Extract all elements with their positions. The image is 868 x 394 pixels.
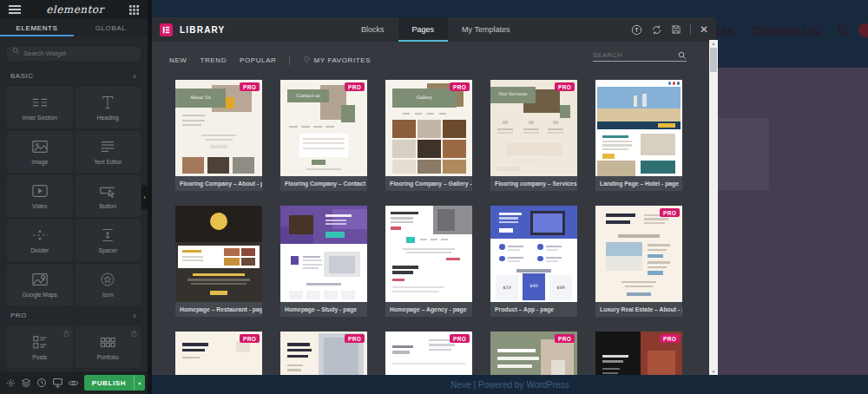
widget-label: Inner Section — [23, 115, 57, 121]
history-icon[interactable] — [34, 378, 49, 388]
thumb-shape — [207, 157, 229, 174]
responsive-icon[interactable] — [49, 378, 65, 388]
widget-button[interactable]: Button — [76, 175, 141, 217]
widget-search-input[interactable] — [7, 47, 141, 61]
thumb-shape — [391, 221, 413, 223]
thumb-shape — [546, 257, 562, 259]
elementor-logo: elementor — [46, 3, 104, 16]
template-card[interactable]: Homepage – Agency - page — [385, 206, 472, 317]
thumb-shape — [537, 244, 543, 250]
thumb-shape — [642, 94, 647, 108]
publish-options-icon[interactable]: ▲ — [134, 375, 145, 391]
elementor-library-icon — [160, 23, 173, 36]
thumb-shape — [548, 128, 563, 130]
filter-popular[interactable]: POPULAR — [240, 56, 276, 64]
thumb-shape — [241, 248, 255, 256]
template-card[interactable]: GalleryPROFlooring Company – Gallery - p… — [385, 80, 472, 191]
settings-icon[interactable] — [3, 378, 18, 388]
template-card[interactable]: PRO — [490, 332, 577, 375]
thumb-shape — [648, 266, 667, 268]
thumb-shape — [648, 271, 663, 274]
navigator-icon[interactable] — [18, 378, 34, 388]
menu-icon[interactable] — [9, 5, 21, 14]
widget-portfolio[interactable]: Portfolio — [76, 326, 141, 368]
thumb-shape — [499, 221, 518, 223]
thumb-shape: Contact us — [287, 89, 329, 102]
thumb-shape — [634, 95, 637, 107]
widgets-grid-icon[interactable] — [129, 5, 139, 15]
thumb-shape — [289, 126, 298, 128]
section-header-basic[interactable]: BASIC∨ — [0, 66, 148, 87]
thumb-shape — [403, 248, 455, 250]
template-card[interactable]: PRO — [385, 332, 472, 375]
site-footer: Neve | Powered by WordPress — [152, 375, 868, 394]
thumb-shape — [392, 271, 413, 273]
tab-pages[interactable]: Pages — [398, 17, 449, 42]
widget-text-editor[interactable]: Text Editor — [76, 131, 141, 173]
widget-label: Button — [99, 203, 116, 209]
my-favorites-filter[interactable]: ♡MY FAVORITES — [303, 56, 371, 64]
filter-new[interactable]: NEW — [169, 56, 187, 64]
widget-heading[interactable]: Heading — [76, 87, 141, 128]
thumb-shape — [499, 217, 518, 219]
widget-video[interactable]: Video — [7, 175, 73, 217]
icon-icon — [99, 272, 116, 287]
site-nav-contact-us[interactable]: Contact Us — [752, 23, 820, 38]
panel-tab-global[interactable]: GLOBAL — [74, 19, 148, 36]
thumb-shape — [668, 82, 671, 84]
search-icon — [12, 47, 20, 55]
template-thumbnail — [595, 80, 682, 176]
template-card[interactable]: About UsPROFlooring Company – About - pa… — [175, 80, 262, 191]
thumb-shape — [508, 246, 523, 247]
site-search-icon[interactable] — [838, 25, 849, 36]
site-content-block — [718, 118, 769, 190]
whats-new-icon[interactable] — [631, 24, 642, 36]
tab-blocks[interactable]: Blocks — [347, 17, 398, 42]
thumb-shape — [182, 115, 205, 116]
template-card[interactable]: Homepage – Restaurant - page — [175, 206, 262, 317]
thumb-shape — [499, 256, 505, 262]
scroll-down-icon[interactable]: ▼ — [709, 369, 718, 374]
preview-icon[interactable] — [66, 378, 82, 388]
thumb-shape — [287, 355, 308, 358]
thumb-shape — [420, 239, 427, 240]
template-card[interactable]: Contact usPROFlooring Company – Contact … — [280, 80, 367, 191]
site-cta-circle — [858, 23, 868, 37]
widget-search — [7, 43, 141, 61]
thumb-shape — [187, 279, 250, 280]
widget-spacer[interactable]: Spacer — [76, 220, 141, 261]
save-icon[interactable] — [671, 24, 681, 35]
template-card[interactable]: Our ServicesPROFlooring company – Servic… — [490, 80, 577, 191]
widget-icon[interactable]: Icon — [76, 264, 141, 305]
panel-collapse-handle[interactable]: ‹ — [141, 185, 148, 209]
close-icon[interactable]: ✕ — [700, 24, 708, 35]
widget-posts[interactable]: Posts — [7, 326, 73, 368]
thumb-shape — [602, 372, 618, 374]
template-card[interactable]: Homepage – Study - page — [280, 206, 367, 317]
template-card[interactable]: $19$49$99Product – App - page — [490, 206, 577, 317]
thumb-shape — [341, 291, 355, 299]
modal-scrollbar[interactable]: ▲ ▼ — [709, 40, 718, 375]
template-card[interactable]: PRO — [175, 332, 262, 375]
publish-button[interactable]: PUBLISH▲ — [84, 375, 145, 391]
widget-divider[interactable]: Divider — [7, 220, 73, 261]
scrollbar-thumb[interactable] — [710, 48, 717, 72]
filter-trend[interactable]: TREND — [200, 56, 227, 64]
sync-icon[interactable] — [651, 24, 662, 36]
template-card[interactable]: Landing Page – Hotel - page — [595, 80, 682, 191]
widget-inner-section[interactable]: Inner Section — [7, 87, 73, 128]
template-card[interactable]: PROLuxury Real Estate – About - page — [595, 206, 682, 317]
section-header-pro[interactable]: PRO∨ — [0, 305, 148, 326]
tab-my-templates[interactable]: My Templates — [448, 17, 523, 42]
panel-tab-elements[interactable]: ELEMENTS — [0, 19, 74, 36]
panel-footer: PUBLISH▲ — [0, 371, 148, 394]
template-search-input[interactable] — [593, 49, 678, 61]
template-card[interactable]: PRO — [280, 332, 367, 375]
scroll-up-icon[interactable]: ▲ — [709, 41, 718, 46]
widget-image[interactable]: Image — [7, 131, 73, 173]
thumb-shape — [415, 113, 422, 115]
template-title: Homepage – Restaurant - page — [175, 302, 262, 317]
widget-google-maps[interactable]: Google Maps — [7, 264, 73, 305]
template-card[interactable]: PRO — [595, 332, 682, 375]
thumb-shape: $49 — [523, 273, 545, 300]
